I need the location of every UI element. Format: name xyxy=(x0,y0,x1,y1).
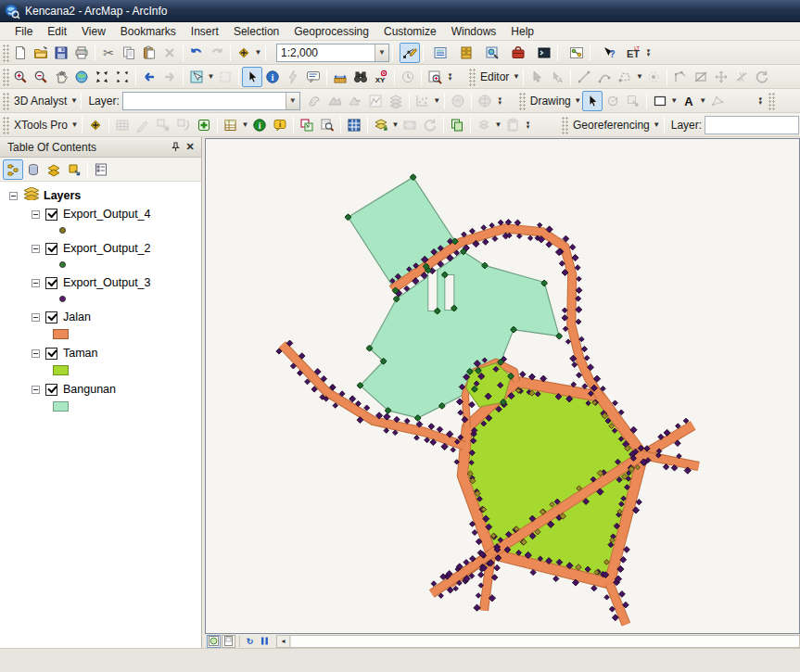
toc-layer-taman[interactable]: Taman xyxy=(0,345,201,361)
fixed-zoom-out-button[interactable] xyxy=(112,67,133,87)
toolbar-grip[interactable] xyxy=(768,92,775,110)
list-by-drawing-order-button[interactable] xyxy=(3,159,23,180)
layer-symbol[interactable] xyxy=(0,291,201,307)
new-document-button[interactable] xyxy=(10,43,31,63)
layer-visibility-checkbox[interactable] xyxy=(45,277,57,289)
toolbar-grip[interactable] xyxy=(468,68,476,86)
xtools-add-data-button[interactable] xyxy=(85,115,106,135)
open-button[interactable] xyxy=(31,43,51,63)
3d-analyst-menu[interactable]: 3D Analyst xyxy=(10,95,70,108)
toolbar-grip[interactable] xyxy=(561,116,568,134)
xtools-copy-features-button[interactable] xyxy=(447,115,467,135)
modelbuilder-button[interactable] xyxy=(566,43,587,63)
xtools-table-view-button-dropdown[interactable]: ▼ xyxy=(241,115,249,135)
identify-tool[interactable]: i xyxy=(262,67,283,87)
toolbar-overflow[interactable]: ▾▾ xyxy=(643,43,654,63)
menu-customize[interactable]: Customize xyxy=(376,23,444,40)
toolbar-grip[interactable] xyxy=(2,116,9,134)
toolbar-overflow[interactable]: ▾▾ xyxy=(523,115,533,135)
undo-button[interactable] xyxy=(186,43,207,63)
measure-tool[interactable] xyxy=(330,67,350,87)
trace-tool-dropdown[interactable]: ▼ xyxy=(635,67,643,87)
arctoolbox-button[interactable] xyxy=(508,43,528,63)
layer-symbol[interactable] xyxy=(0,222,201,238)
toolbar-grip[interactable] xyxy=(518,92,526,110)
find-tool[interactable] xyxy=(350,67,371,87)
table-of-contents-window-button[interactable] xyxy=(430,43,451,63)
toc-layer-export_output_3[interactable]: Export_Output_3 xyxy=(0,274,201,291)
layer-visibility-checkbox[interactable] xyxy=(45,311,57,323)
list-by-visibility-button[interactable] xyxy=(44,159,64,180)
editor-menu[interactable]: Editor xyxy=(476,70,512,83)
zoom-out-tool[interactable] xyxy=(31,67,51,87)
xtools-tip-button[interactable]: i xyxy=(270,115,290,135)
3d-layer-label[interactable]: Layer: xyxy=(84,95,121,108)
xtools-pro-menu-dropdown[interactable]: ▼ xyxy=(70,115,79,135)
catalog-window-button[interactable] xyxy=(456,43,476,63)
layer-label[interactable]: Export_Output_3 xyxy=(63,276,151,289)
expander-icon[interactable] xyxy=(32,386,40,394)
save-button[interactable] xyxy=(51,43,71,63)
layers-group-label[interactable]: Layers xyxy=(44,189,81,202)
menu-file[interactable]: File xyxy=(7,23,40,40)
expander-icon[interactable] xyxy=(32,349,40,358)
map-canvas[interactable] xyxy=(205,138,800,634)
horizontal-scrollbar[interactable]: ◂ xyxy=(276,635,800,648)
text-tool-dropdown[interactable]: ▼ xyxy=(699,91,707,111)
toolbar-overflow[interactable]: ▾▾ xyxy=(756,91,766,111)
menu-view[interactable]: View xyxy=(74,23,113,40)
georef-layer-label[interactable]: Layer: xyxy=(667,119,705,132)
create-viewer-window-tool[interactable] xyxy=(425,67,445,87)
3d-layer-combo[interactable]: ▼ xyxy=(122,92,300,110)
interpolate-points-tool-dropdown[interactable]: ▼ xyxy=(433,91,441,111)
print-button[interactable] xyxy=(71,43,92,63)
menu-geoprocessing[interactable]: Geoprocessing xyxy=(286,23,376,40)
rectangle-tool-dropdown[interactable]: ▼ xyxy=(670,91,679,111)
close-icon[interactable]: ✕ xyxy=(183,140,197,155)
options-button[interactable] xyxy=(91,159,111,180)
toolbar-grip[interactable] xyxy=(2,92,9,110)
menu-bookmarks[interactable]: Bookmarks xyxy=(113,23,184,40)
fixed-zoom-in-button[interactable] xyxy=(92,67,112,87)
layer-label[interactable]: Bangunan xyxy=(63,383,116,396)
editor-menu-dropdown[interactable]: ▼ xyxy=(512,67,520,87)
data-view-button[interactable] xyxy=(207,635,221,648)
xtools-first-aid-button[interactable] xyxy=(194,115,214,135)
paste-button[interactable] xyxy=(139,43,159,63)
pin-icon[interactable] xyxy=(168,140,183,155)
cut-button[interactable]: ✂ xyxy=(98,43,119,63)
expander-icon[interactable] xyxy=(32,279,40,287)
toc-layer-jalan[interactable]: Jalan xyxy=(0,309,201,325)
xtools-pro-menu[interactable]: XTools Pro xyxy=(10,119,70,132)
layer-label[interactable]: Export_Output_2 xyxy=(63,242,151,255)
expander-icon[interactable] xyxy=(32,313,40,322)
layer-label[interactable]: Jalan xyxy=(63,311,91,323)
toc-layer-bangunan[interactable]: Bangunan xyxy=(0,381,201,398)
select-features-tool[interactable] xyxy=(186,67,207,87)
menu-windows[interactable]: Windows xyxy=(444,23,504,40)
drawing-select-tool[interactable] xyxy=(582,91,603,111)
layout-view-button[interactable] xyxy=(222,635,235,648)
et-geowizards-button[interactable]: ETLT xyxy=(623,43,643,63)
copy-button[interactable] xyxy=(119,43,139,63)
list-by-selection-button[interactable] xyxy=(64,159,84,180)
rectangle-tool[interactable] xyxy=(650,91,670,111)
layer-visibility-checkbox[interactable] xyxy=(45,209,57,221)
pan-tool[interactable] xyxy=(51,67,71,87)
add-data-button[interactable] xyxy=(234,43,254,63)
zoom-in-tool[interactable] xyxy=(10,67,31,87)
toolbar-overflow[interactable]: ▾▾ xyxy=(445,67,455,87)
expander-icon[interactable] xyxy=(9,192,18,200)
map-scale-combo[interactable]: 1:2,000▼ xyxy=(276,44,389,62)
select-features-tool-dropdown[interactable]: ▼ xyxy=(207,67,215,87)
refresh-view-button[interactable]: ↻ xyxy=(243,635,257,648)
layer-symbol[interactable] xyxy=(0,361,201,379)
toolbar-overflow[interactable]: ▾▾ xyxy=(495,91,505,111)
drawing-menu-dropdown[interactable]: ▼ xyxy=(574,91,582,111)
menu-insert[interactable]: Insert xyxy=(184,23,226,40)
search-window-button[interactable] xyxy=(482,43,502,63)
drawing-menu[interactable]: Drawing xyxy=(527,95,574,108)
toolbar-grip[interactable] xyxy=(2,44,9,62)
layer-label[interactable]: Taman xyxy=(63,347,98,360)
layer-symbol[interactable] xyxy=(0,325,201,343)
